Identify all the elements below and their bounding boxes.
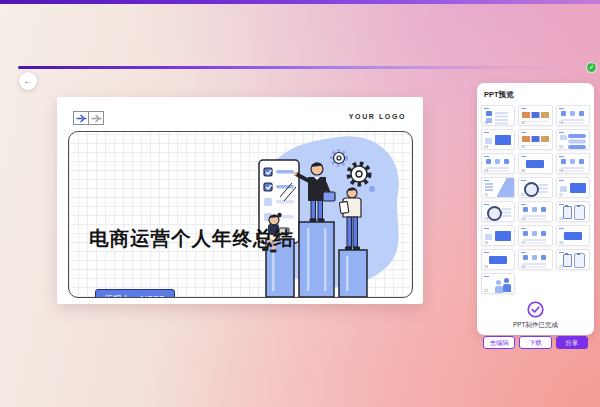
panel-footer: PPT制作已完成 去编辑 下载 分享: [477, 301, 594, 349]
thumbnail-page-number: 09: [559, 168, 563, 173]
slide-thumbnail[interactable]: 20: [518, 249, 552, 270]
thumbnail-page-number: 10: [484, 192, 488, 197]
slide-thumbnail[interactable]: 12: [556, 177, 590, 198]
plane-icon: [88, 111, 104, 125]
thumbnail-logo-mark: [484, 252, 489, 254]
slide-thumbnail[interactable]: 02: [518, 105, 552, 126]
thumbnail-page-number: 18: [559, 240, 563, 245]
slide-thumbnail[interactable]: 13: [481, 201, 515, 222]
thumbnail-logo-mark: [521, 228, 526, 230]
thumbnail-page-number: 20: [521, 264, 525, 269]
slide-thumbnail[interactable]: 06: [556, 129, 590, 150]
thumbnail-page-number: 17: [521, 240, 525, 245]
thumbnail-page-number: 04: [484, 144, 488, 149]
thumbnail-logo-mark: [521, 180, 526, 182]
thumbnail-logo-mark: [521, 156, 526, 158]
business-chart-illustration: [238, 131, 413, 297]
presenter-badge: 汇报人：AIPPT: [95, 289, 175, 298]
thumbnail-page-number: 05: [521, 144, 525, 149]
thumbnail-page-number: 22: [484, 288, 488, 293]
top-gradient-bar: [0, 0, 600, 4]
complete-check-icon: [527, 301, 544, 318]
slide-logo-text: YOUR LOGO: [349, 113, 406, 120]
thumbnail-page-number: 13: [484, 216, 488, 221]
thumbnail-logo-mark: [559, 252, 564, 254]
thumbnail-page-number: 21: [559, 264, 563, 269]
thumbnail-page-number: 14: [521, 216, 525, 221]
generation-progress-bar: [18, 66, 584, 69]
slide-thumbnail[interactable]: 18: [556, 225, 590, 246]
thumbnail-page-number: 16: [484, 240, 488, 245]
app-background: { "window": { "back_label": "←" }, "prog…: [0, 0, 600, 407]
thumbnail-page-number: 03: [559, 120, 563, 125]
thumbnail-logo-mark: [484, 228, 489, 230]
plane-icon: [73, 111, 89, 125]
slide-thumbnail[interactable]: 07: [481, 153, 515, 174]
thumbnail-page-number: 02: [521, 120, 525, 125]
edit-button[interactable]: 去编辑: [483, 336, 515, 349]
ppt-preview-panel: PPT预览 0102030405060708091011121314151617…: [477, 83, 594, 335]
thumbnail-page-number: 12: [559, 192, 563, 197]
thumbnail-logo-mark: [484, 180, 489, 182]
slide-thumbnail[interactable]: 10: [481, 177, 515, 198]
slide-thumbnail[interactable]: 05: [518, 129, 552, 150]
thumbnail-logo-mark: [559, 180, 564, 182]
thumbnail-logo-mark: [521, 204, 526, 206]
thumbnail-page-number: 07: [484, 168, 488, 173]
slide-thumbnail[interactable]: 15: [556, 201, 590, 222]
slide-thumbnail[interactable]: 03: [556, 105, 590, 126]
thumbnail-logo-mark: [559, 132, 564, 134]
thumbnail-logo-mark: [559, 156, 564, 158]
thumbnail-logo-mark: [559, 228, 564, 230]
thumbnail-logo-mark: [559, 108, 564, 110]
slide-thumbnail[interactable]: 17: [518, 225, 552, 246]
slide-title: 电商运营个人年终总结: [89, 225, 294, 252]
slide-thumbnail[interactable]: 09: [556, 153, 590, 174]
thumbnail-page-number: 01: [484, 120, 488, 125]
thumbnail-grid: 0102030405060708091011121314151617181920…: [481, 105, 590, 294]
slide-thumbnail[interactable]: 16: [481, 225, 515, 246]
slide-thumbnail[interactable]: 14: [518, 201, 552, 222]
share-button[interactable]: 分享: [556, 336, 588, 349]
thumbnail-page-number: 06: [559, 144, 563, 149]
slide-thumbnail[interactable]: 19: [481, 249, 515, 270]
thumbnail-logo-mark: [484, 108, 489, 110]
slide-thumbnail[interactable]: 08: [518, 153, 552, 174]
thumbnail-page-number: 11: [521, 192, 525, 197]
thumbnail-logo-mark: [484, 132, 489, 134]
complete-status-text: PPT制作已完成: [477, 321, 594, 330]
thumbnail-logo-mark: [521, 108, 526, 110]
plane-icons-group: [73, 111, 104, 125]
thumbnail-logo-mark: [484, 276, 489, 278]
slide-canvas: 电商运营个人年终总结 汇报人：AIPPT: [68, 131, 413, 298]
thumbnail-page-number: 19: [484, 264, 488, 269]
thumbnail-page-number: 15: [559, 216, 563, 221]
back-button[interactable]: ←: [19, 72, 37, 90]
slide-thumbnail[interactable]: 21: [556, 249, 590, 270]
thumbnail-page-number: 08: [521, 168, 525, 173]
thumbnail-logo-mark: [484, 156, 489, 158]
progress-complete-icon: ✓: [587, 63, 596, 72]
action-buttons: 去编辑 下载 分享: [483, 336, 588, 349]
thumbnail-logo-mark: [521, 132, 526, 134]
thumbnail-logo-mark: [521, 252, 526, 254]
slide-preview: YOUR LOGO: [57, 97, 423, 304]
panel-title: PPT预览: [477, 83, 594, 105]
thumbnail-logo-mark: [484, 204, 489, 206]
slide-thumbnail[interactable]: 22: [481, 273, 515, 294]
download-button[interactable]: 下载: [519, 336, 551, 349]
slide-thumbnail[interactable]: 01: [481, 105, 515, 126]
slide-thumbnail[interactable]: 04: [481, 129, 515, 150]
slide-thumbnail[interactable]: 11: [518, 177, 552, 198]
thumbnail-logo-mark: [559, 204, 564, 206]
